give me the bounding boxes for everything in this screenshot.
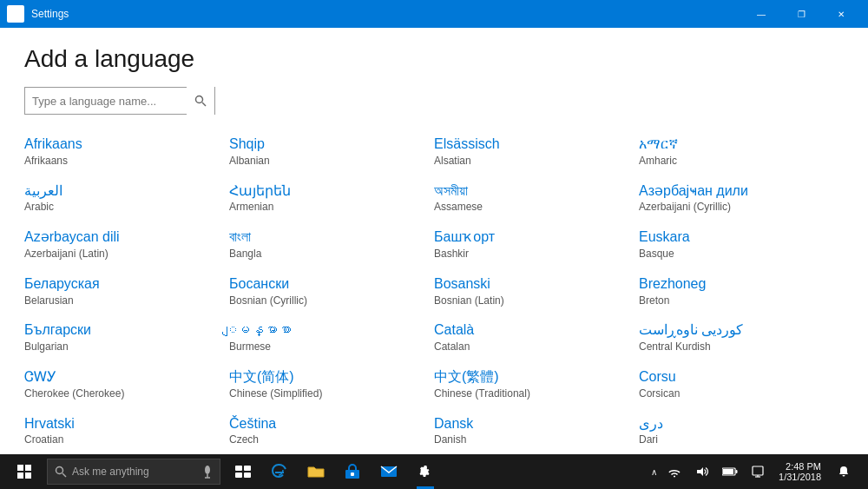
language-item[interactable]: كوردیی ناوەڕاست Central Kurdish xyxy=(639,314,844,361)
lang-english-name: Basque xyxy=(639,247,837,261)
start-button[interactable] xyxy=(3,454,45,489)
lang-english-name: Danish xyxy=(434,433,632,447)
lang-english-name: Breton xyxy=(639,294,837,308)
svg-rect-3 xyxy=(25,465,31,471)
language-item[interactable]: Elsässisch Alsatian xyxy=(434,129,639,175)
language-item[interactable]: বাংলা Bangla xyxy=(229,221,434,268)
lang-native-name: Հայերեն xyxy=(229,182,427,201)
taskbar-notifications-button[interactable] xyxy=(830,454,858,489)
lang-english-name: Chinese (Simplified) xyxy=(229,387,427,401)
lang-native-name: Afrikaans xyxy=(24,135,222,154)
close-button[interactable]: ✕ xyxy=(821,0,861,28)
lang-english-name: Cherokee (Cherokee) xyxy=(24,387,222,401)
lang-english-name: Bangla xyxy=(229,247,427,261)
lang-english-name: Central Kurdish xyxy=(639,340,837,354)
lang-native-name: ᏣᎳᎩ xyxy=(24,368,222,387)
battery-icon[interactable] xyxy=(718,454,742,489)
svg-line-7 xyxy=(62,473,66,477)
lang-native-name: অসমীয়া xyxy=(434,182,632,201)
lang-native-name: Bosanski xyxy=(434,275,632,294)
svg-rect-12 xyxy=(244,466,251,471)
language-item[interactable]: Shqip Albanian xyxy=(229,129,434,175)
language-item[interactable]: অসমীয়া Assamese xyxy=(434,175,639,222)
search-icon[interactable] xyxy=(187,87,214,115)
language-item[interactable]: Босански Bosnian (Cyrillic) xyxy=(229,268,434,315)
taskbar-edge-icon[interactable] xyxy=(262,454,297,489)
language-item[interactable]: 中文(简体) Chinese (Simplified) xyxy=(229,361,434,408)
taskbar-chevron-icon[interactable]: ∧ xyxy=(649,467,659,477)
lang-native-name: دری xyxy=(639,415,837,433)
language-item[interactable]: Български Bulgarian xyxy=(24,314,229,361)
search-box[interactable] xyxy=(24,87,215,115)
svg-rect-2 xyxy=(17,465,23,471)
svg-rect-13 xyxy=(235,472,242,478)
lang-english-name: Belarusian xyxy=(24,294,222,308)
language-item[interactable]: Азәрбајҹан дили Azerbaijani (Cyrillic) xyxy=(639,175,844,222)
lang-native-name: 中文(繁體) xyxy=(434,368,632,387)
taskbar: Ask me anything xyxy=(0,454,868,489)
language-item[interactable]: Հայերեն Armenian xyxy=(229,175,434,222)
language-item[interactable]: Brezhoneg Breton xyxy=(639,268,844,315)
lang-native-name: Азәрбајҹан дили xyxy=(639,182,837,201)
lang-native-name: 中文(简体) xyxy=(229,368,427,387)
title-bar-title: Settings xyxy=(31,8,69,20)
language-item[interactable]: Azərbaycan dili Azerbaijani (Latin) xyxy=(24,221,229,268)
language-item[interactable]: አማርኛ Amharic xyxy=(639,129,844,175)
lang-native-name: Corsu xyxy=(639,368,837,387)
lang-english-name: Azerbaijani (Latin) xyxy=(24,247,222,261)
title-bar-left: Settings xyxy=(7,5,69,23)
language-item[interactable]: Čeština Czech xyxy=(229,408,434,454)
action-center-icon[interactable] xyxy=(746,454,770,489)
title-bar-controls: — ❐ ✕ xyxy=(741,0,861,28)
language-item[interactable]: Беларуская Belarusian xyxy=(24,268,229,315)
settings-app-icon xyxy=(7,5,24,23)
volume-icon[interactable] xyxy=(690,454,714,489)
lang-native-name: Azərbaycan dili xyxy=(24,228,222,247)
taskbar-search-box[interactable]: Ask me anything xyxy=(47,459,220,485)
lang-english-name: Armenian xyxy=(229,200,427,215)
taskbar-task-view-icon[interactable] xyxy=(226,454,260,489)
language-item[interactable]: Dansk Danish xyxy=(434,408,639,454)
lang-english-name: Bosnian (Cyrillic) xyxy=(229,294,427,308)
taskbar-date: 1/31/2018 xyxy=(779,472,821,482)
language-item[interactable]: ျမန္မာစာ Burmese xyxy=(229,314,434,361)
taskbar-right: ∧ 2 xyxy=(649,454,865,489)
lang-english-name: Bosnian (Latin) xyxy=(434,294,632,308)
taskbar-settings-icon[interactable] xyxy=(408,454,443,489)
lang-native-name: Euskara xyxy=(639,228,837,247)
lang-native-name: Català xyxy=(434,321,632,340)
lang-english-name: Amharic xyxy=(639,154,837,169)
lang-native-name: Dansk xyxy=(434,415,632,433)
language-item[interactable]: ᏣᎳᎩ Cherokee (Cherokee) xyxy=(24,361,229,408)
language-item[interactable]: Euskara Basque xyxy=(639,221,844,268)
language-item[interactable]: Corsu Corsican xyxy=(639,361,844,408)
taskbar-store-icon[interactable] xyxy=(335,454,370,489)
language-item[interactable]: Башҡорт Bashkir xyxy=(434,221,639,268)
language-item[interactable]: العربية Arabic xyxy=(24,175,229,222)
lang-english-name: Afrikaans xyxy=(24,154,222,169)
language-item[interactable]: Afrikaans Afrikaans xyxy=(24,129,229,175)
lang-native-name: ျမန္မာစာ xyxy=(229,321,427,340)
taskbar-mail-icon[interactable] xyxy=(372,454,406,489)
svg-line-1 xyxy=(202,102,206,106)
languages-grid: Afrikaans Afrikaans Shqip Albanian Elsäs… xyxy=(24,129,844,454)
language-item[interactable]: Bosanski Bosnian (Latin) xyxy=(434,268,639,315)
svg-point-0 xyxy=(196,96,203,103)
language-search-input[interactable] xyxy=(25,95,187,108)
minimize-button[interactable]: — xyxy=(741,0,781,28)
maximize-button[interactable]: ❐ xyxy=(781,0,821,28)
network-icon[interactable] xyxy=(662,454,687,489)
lang-english-name: Czech xyxy=(229,433,427,447)
lang-native-name: Brezhoneg xyxy=(639,275,837,294)
taskbar-clock[interactable]: 2:48 PM 1/31/2018 xyxy=(773,461,826,482)
language-item[interactable]: Català Catalan xyxy=(434,314,639,361)
taskbar-explorer-icon[interactable] xyxy=(299,454,333,489)
language-item[interactable]: 中文(繁體) Chinese (Traditional) xyxy=(434,361,639,408)
lang-native-name: አማርኛ xyxy=(639,135,837,154)
language-item[interactable]: دری Dari xyxy=(639,408,844,454)
svg-point-8 xyxy=(205,466,210,474)
language-item[interactable]: Hrvatski Croatian xyxy=(24,408,229,454)
svg-marker-18 xyxy=(697,467,703,476)
lang-native-name: Elsässisch xyxy=(434,135,632,154)
svg-rect-21 xyxy=(736,470,738,473)
